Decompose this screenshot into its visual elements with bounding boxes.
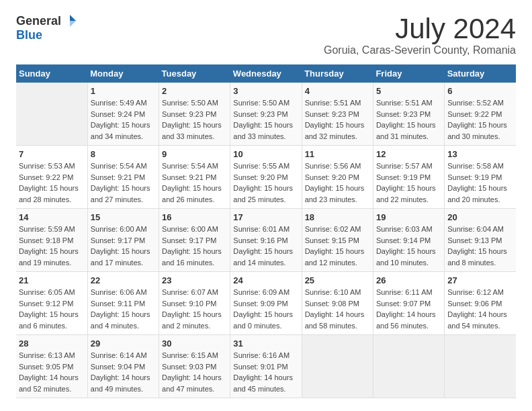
calendar-cell: 17Sunrise: 6:01 AMSunset: 9:16 PMDayligh… <box>230 209 302 272</box>
day-number: 12 <box>376 149 441 159</box>
day-number: 9 <box>162 149 227 159</box>
day-number: 2 <box>162 86 227 96</box>
calendar-cell <box>373 335 444 398</box>
calendar-cell <box>445 335 516 398</box>
day-info: Sunrise: 6:00 AMSunset: 9:17 PMDaylight:… <box>91 224 156 268</box>
day-number: 13 <box>447 149 513 159</box>
calendar-cell: 8Sunrise: 5:54 AMSunset: 9:21 PMDaylight… <box>87 146 159 209</box>
calendar-cell: 16Sunrise: 6:00 AMSunset: 9:17 PMDayligh… <box>159 209 230 272</box>
logo-general: General <box>16 14 61 28</box>
calendar-cell: 31Sunrise: 6:16 AMSunset: 9:01 PMDayligh… <box>230 335 302 398</box>
day-info: Sunrise: 5:58 AMSunset: 9:19 PMDaylight:… <box>447 161 513 205</box>
day-info: Sunrise: 6:00 AMSunset: 9:17 PMDaylight:… <box>162 224 227 268</box>
day-info: Sunrise: 6:01 AMSunset: 9:16 PMDaylight:… <box>233 224 298 268</box>
calendar-cell: 28Sunrise: 6:13 AMSunset: 9:05 PMDayligh… <box>16 335 87 398</box>
svg-marker-0 <box>70 15 76 21</box>
day-number: 20 <box>447 212 513 222</box>
day-number: 1 <box>91 86 156 96</box>
day-number: 23 <box>162 275 227 285</box>
calendar-cell <box>16 83 87 146</box>
day-info: Sunrise: 5:50 AMSunset: 9:23 PMDaylight:… <box>162 97 227 142</box>
calendar-cell: 26Sunrise: 6:11 AMSunset: 9:07 PMDayligh… <box>373 272 444 335</box>
week-row-1: 1Sunrise: 5:49 AMSunset: 9:24 PMDaylight… <box>16 83 516 146</box>
day-number: 3 <box>233 86 298 96</box>
day-info: Sunrise: 5:50 AMSunset: 9:23 PMDaylight:… <box>233 97 298 142</box>
col-header-tuesday: Tuesday <box>159 64 230 83</box>
calendar-cell: 19Sunrise: 6:03 AMSunset: 9:14 PMDayligh… <box>373 209 444 272</box>
day-info: Sunrise: 6:15 AMSunset: 9:03 PMDaylight:… <box>162 350 227 394</box>
calendar-cell: 30Sunrise: 6:15 AMSunset: 9:03 PMDayligh… <box>159 335 230 398</box>
calendar-cell: 4Sunrise: 5:51 AMSunset: 9:23 PMDaylight… <box>302 83 373 146</box>
day-info: Sunrise: 5:53 AMSunset: 9:22 PMDaylight:… <box>19 161 85 205</box>
calendar-cell: 1Sunrise: 5:49 AMSunset: 9:24 PMDaylight… <box>87 83 159 146</box>
col-header-monday: Monday <box>87 64 159 83</box>
day-number: 5 <box>376 86 441 96</box>
calendar-cell: 9Sunrise: 5:54 AMSunset: 9:21 PMDaylight… <box>159 146 230 209</box>
day-info: Sunrise: 5:59 AMSunset: 9:18 PMDaylight:… <box>19 224 85 268</box>
month-title: July 2024 <box>324 13 516 44</box>
calendar-cell: 29Sunrise: 6:14 AMSunset: 9:04 PMDayligh… <box>87 335 159 398</box>
day-number: 14 <box>19 212 85 222</box>
day-number: 27 <box>447 275 513 285</box>
day-number: 18 <box>305 212 370 222</box>
col-header-saturday: Saturday <box>445 64 516 83</box>
week-row-5: 28Sunrise: 6:13 AMSunset: 9:05 PMDayligh… <box>16 335 516 398</box>
day-info: Sunrise: 6:06 AMSunset: 9:11 PMDaylight:… <box>91 287 156 331</box>
day-number: 7 <box>19 149 85 159</box>
day-number: 15 <box>91 212 156 222</box>
calendar-cell <box>302 335 373 398</box>
title-section: July 2024 Goruia, Caras-Severin County, … <box>324 13 516 56</box>
day-number: 21 <box>19 275 85 285</box>
calendar-cell: 24Sunrise: 6:09 AMSunset: 9:09 PMDayligh… <box>230 272 302 335</box>
day-info: Sunrise: 6:14 AMSunset: 9:04 PMDaylight:… <box>91 350 156 394</box>
calendar-cell: 13Sunrise: 5:58 AMSunset: 9:19 PMDayligh… <box>445 146 516 209</box>
calendar-cell: 23Sunrise: 6:07 AMSunset: 9:10 PMDayligh… <box>159 272 230 335</box>
calendar-cell: 15Sunrise: 6:00 AMSunset: 9:17 PMDayligh… <box>87 209 159 272</box>
day-info: Sunrise: 6:05 AMSunset: 9:12 PMDaylight:… <box>19 287 85 331</box>
day-number: 19 <box>376 212 441 222</box>
week-row-2: 7Sunrise: 5:53 AMSunset: 9:22 PMDaylight… <box>16 146 516 209</box>
day-number: 11 <box>305 149 370 159</box>
day-info: Sunrise: 6:03 AMSunset: 9:14 PMDaylight:… <box>376 224 441 268</box>
day-info: Sunrise: 5:57 AMSunset: 9:19 PMDaylight:… <box>376 161 441 205</box>
day-info: Sunrise: 6:13 AMSunset: 9:05 PMDaylight:… <box>19 350 85 394</box>
day-info: Sunrise: 5:54 AMSunset: 9:21 PMDaylight:… <box>91 161 156 205</box>
calendar-cell: 20Sunrise: 6:04 AMSunset: 9:13 PMDayligh… <box>445 209 516 272</box>
logo-icon <box>62 13 77 28</box>
logo-blue: Blue <box>16 28 42 42</box>
svg-marker-1 <box>70 21 76 27</box>
location-title: Goruia, Caras-Severin County, Romania <box>324 44 516 56</box>
day-info: Sunrise: 6:07 AMSunset: 9:10 PMDaylight:… <box>162 287 227 331</box>
calendar-cell: 25Sunrise: 6:10 AMSunset: 9:08 PMDayligh… <box>302 272 373 335</box>
calendar-cell: 11Sunrise: 5:56 AMSunset: 9:20 PMDayligh… <box>302 146 373 209</box>
col-header-wednesday: Wednesday <box>230 64 302 83</box>
week-row-3: 14Sunrise: 5:59 AMSunset: 9:18 PMDayligh… <box>16 209 516 272</box>
calendar-cell: 2Sunrise: 5:50 AMSunset: 9:23 PMDaylight… <box>159 83 230 146</box>
day-info: Sunrise: 5:51 AMSunset: 9:23 PMDaylight:… <box>376 97 441 142</box>
col-header-friday: Friday <box>373 64 444 83</box>
page-header: General Blue July 2024 Goruia, Caras-Sev… <box>16 13 516 56</box>
logo: General Blue <box>16 13 77 42</box>
day-info: Sunrise: 5:55 AMSunset: 9:20 PMDaylight:… <box>233 161 298 205</box>
day-info: Sunrise: 5:54 AMSunset: 9:21 PMDaylight:… <box>162 161 227 205</box>
calendar-cell: 7Sunrise: 5:53 AMSunset: 9:22 PMDaylight… <box>16 146 87 209</box>
day-info: Sunrise: 6:09 AMSunset: 9:09 PMDaylight:… <box>233 287 298 331</box>
week-row-4: 21Sunrise: 6:05 AMSunset: 9:12 PMDayligh… <box>16 272 516 335</box>
day-number: 22 <box>91 275 156 285</box>
day-number: 30 <box>162 338 227 349</box>
day-number: 25 <box>305 275 370 285</box>
day-number: 6 <box>447 86 513 96</box>
day-info: Sunrise: 5:56 AMSunset: 9:20 PMDaylight:… <box>305 161 370 205</box>
day-number: 28 <box>19 338 85 349</box>
day-info: Sunrise: 6:12 AMSunset: 9:06 PMDaylight:… <box>447 287 513 331</box>
calendar-cell: 22Sunrise: 6:06 AMSunset: 9:11 PMDayligh… <box>87 272 159 335</box>
day-number: 24 <box>233 275 298 285</box>
calendar-cell: 10Sunrise: 5:55 AMSunset: 9:20 PMDayligh… <box>230 146 302 209</box>
day-info: Sunrise: 6:10 AMSunset: 9:08 PMDaylight:… <box>305 287 370 331</box>
day-info: Sunrise: 6:02 AMSunset: 9:15 PMDaylight:… <box>305 224 370 268</box>
calendar-cell: 5Sunrise: 5:51 AMSunset: 9:23 PMDaylight… <box>373 83 444 146</box>
col-header-thursday: Thursday <box>302 64 373 83</box>
day-info: Sunrise: 6:04 AMSunset: 9:13 PMDaylight:… <box>447 224 513 268</box>
day-number: 29 <box>91 338 156 349</box>
day-info: Sunrise: 5:51 AMSunset: 9:23 PMDaylight:… <box>305 97 370 142</box>
